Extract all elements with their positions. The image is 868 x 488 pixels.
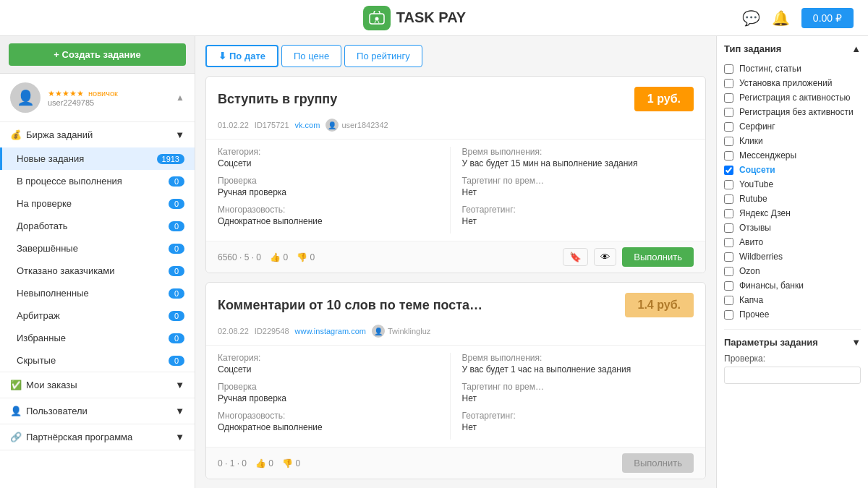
filter-label: Прочее bbox=[739, 309, 769, 320]
sidebar-item-label: В процессе выполнения bbox=[17, 176, 122, 187]
sidebar-badge: 0 bbox=[169, 176, 184, 187]
filter-item-clicks[interactable]: Клики bbox=[724, 134, 861, 148]
sidebar-item-rework[interactable]: Доработать 0 bbox=[0, 215, 195, 237]
section-partner-label: Партнёрская программа bbox=[26, 432, 132, 442]
filter-item-surfing[interactable]: Серфинг bbox=[724, 119, 861, 134]
section-exchange-header[interactable]: 💰 Биржа заданий ▼ bbox=[0, 122, 195, 147]
right-panel: Тип задания ▲ Постинг, статьи Установка … bbox=[716, 36, 868, 488]
sidebar-item-new-tasks[interactable]: Новые задания 1913 bbox=[0, 147, 195, 170]
sidebar-item-favorites[interactable]: Избранные 0 bbox=[0, 327, 195, 349]
task-col-right: Время выполнения: У вас будет 15 мин на … bbox=[450, 147, 694, 234]
filter-collapse-icon[interactable]: ▲ bbox=[851, 43, 861, 54]
filter-checkbox[interactable] bbox=[724, 166, 733, 175]
filter-label: Соцсети bbox=[739, 165, 775, 175]
filter-label: Отзывы bbox=[739, 223, 771, 233]
filter-item-rutube[interactable]: Rutube bbox=[724, 192, 861, 206]
task-price: 1.4 руб. bbox=[625, 293, 694, 317]
filter-checkbox[interactable] bbox=[724, 93, 733, 103]
bell-icon[interactable]: 🔔 bbox=[772, 9, 790, 27]
filter-checkbox[interactable] bbox=[724, 122, 733, 132]
header-right: 💬 🔔 0.00 ₽ bbox=[742, 8, 854, 28]
task-user-avatar: 👤 bbox=[326, 119, 339, 132]
execute-button[interactable]: Выполнить bbox=[622, 247, 694, 267]
filter-checkbox[interactable] bbox=[724, 238, 733, 247]
sidebar-item-rejected[interactable]: Отказано заказчиками 0 bbox=[0, 260, 195, 282]
section-users-header[interactable]: 👤 Пользователи ▼ bbox=[0, 398, 195, 424]
chat-icon[interactable]: 💬 bbox=[742, 9, 760, 27]
filter-label: Постинг, статьи bbox=[739, 64, 801, 74]
filter-checkbox[interactable] bbox=[724, 79, 733, 88]
task-field: Таргетинг по врем… Нет bbox=[462, 382, 694, 403]
sidebar-item-hidden[interactable]: Скрытые 0 bbox=[0, 349, 195, 372]
field-value: Соцсети bbox=[218, 364, 450, 374]
sidebar-item-failed[interactable]: Невыполненные 0 bbox=[0, 282, 195, 304]
filter-item-ozon[interactable]: Ozon bbox=[724, 264, 861, 278]
task-field: Геотаргетинг: Нет bbox=[462, 411, 694, 432]
task-user-name: Twinklingluz bbox=[388, 327, 430, 335]
field-label: Многоразовость: bbox=[218, 411, 450, 421]
execute-button[interactable]: Выполнить bbox=[622, 453, 694, 473]
task-col-left: Категория: Соцсети Проверка Ручная прове… bbox=[218, 147, 450, 234]
filter-checkbox[interactable] bbox=[724, 310, 733, 320]
task-field: Многоразовость: Однократное выполнение bbox=[218, 205, 450, 226]
filter-item-messengers[interactable]: Мессенджеры bbox=[724, 148, 861, 163]
filter-item-posting[interactable]: Постинг, статьи bbox=[724, 61, 861, 76]
bookmark-button[interactable]: 🔖 bbox=[563, 248, 588, 266]
sort-tab-by-rating[interactable]: По рейтингу bbox=[344, 45, 422, 67]
filter-item-socnets[interactable]: Соцсети bbox=[724, 163, 861, 177]
filter-checkbox[interactable] bbox=[724, 137, 733, 146]
sidebar-item-arbitrage[interactable]: Арбитраж 0 bbox=[0, 304, 195, 327]
filter-checkbox[interactable] bbox=[724, 64, 733, 74]
user-chevron-icon[interactable]: ▲ bbox=[176, 93, 184, 103]
sort-tab-by-date[interactable]: ⬇По дате bbox=[205, 45, 278, 67]
filter-item-reviews[interactable]: Отзывы bbox=[724, 221, 861, 235]
logo-icon bbox=[363, 6, 391, 30]
sidebar-item-label: Доработать bbox=[17, 221, 68, 231]
filter-checkbox[interactable] bbox=[724, 194, 733, 204]
filter-checkbox[interactable] bbox=[724, 108, 733, 117]
eye-button[interactable]: 👁 bbox=[594, 248, 616, 266]
section-orders-header[interactable]: ✅ Мои заказы ▼ bbox=[0, 372, 195, 398]
params-chevron-icon[interactable]: ▼ bbox=[851, 337, 861, 348]
filter-item-avito[interactable]: Авито bbox=[724, 235, 861, 249]
field-label: Проверка bbox=[218, 382, 450, 392]
task-user: 👤 user1842342 bbox=[326, 119, 388, 132]
filter-checkbox[interactable] bbox=[724, 267, 733, 276]
task-link[interactable]: vk.com bbox=[295, 121, 320, 129]
field-label: Таргетинг по врем… bbox=[462, 176, 694, 186]
sidebar-item-completed[interactable]: Завершённые 0 bbox=[0, 237, 195, 260]
filter-item-reg-active[interactable]: Регистрация с активностью bbox=[724, 90, 861, 105]
task-field: Проверка Ручная проверка bbox=[218, 176, 450, 197]
task-meta: 01.02.22 ID175721 vk.com 👤 user1842342 bbox=[206, 119, 705, 139]
filter-checkbox[interactable] bbox=[724, 209, 733, 218]
task-link[interactable]: www.instagram.com bbox=[295, 327, 366, 335]
filter-checkbox[interactable] bbox=[724, 223, 733, 233]
task-field: Геотаргетинг: Нет bbox=[462, 205, 694, 226]
filter-item-youtube[interactable]: YouTube bbox=[724, 177, 861, 192]
filter-checkbox[interactable] bbox=[724, 296, 733, 305]
filter-item-install[interactable]: Установка приложений bbox=[724, 76, 861, 90]
sort-tab-by-price[interactable]: По цене bbox=[281, 45, 341, 67]
filter-checkbox[interactable] bbox=[724, 252, 733, 262]
field-value: У вас будет 15 мин на выполнение задания bbox=[462, 158, 694, 168]
filter-checkbox[interactable] bbox=[724, 180, 733, 189]
filter-checkbox[interactable] bbox=[724, 151, 733, 160]
filter-item-other[interactable]: Прочее bbox=[724, 307, 861, 322]
filter-item-wildberries[interactable]: Wildberries bbox=[724, 249, 861, 264]
sidebar-item-on-review[interactable]: На проверке 0 bbox=[0, 192, 195, 215]
filter-item-reg-no-active[interactable]: Регистрация без активности bbox=[724, 105, 861, 119]
filter-task-type-label: Тип задания bbox=[724, 43, 781, 54]
task-id: ID229548 bbox=[255, 327, 289, 335]
balance-button[interactable]: 0.00 ₽ bbox=[801, 8, 854, 28]
header: TASK PAY 💬 🔔 0.00 ₽ bbox=[0, 0, 868, 36]
filter-item-finance[interactable]: Финансы, банки bbox=[724, 278, 861, 293]
params-review-input[interactable] bbox=[724, 367, 861, 384]
create-task-button[interactable]: + Создать задание bbox=[9, 43, 186, 66]
section-partner-header[interactable]: 🔗 Партнёрская программа ▼ bbox=[0, 424, 195, 450]
filter-item-yandex-zen[interactable]: Яндекс Дзен bbox=[724, 206, 861, 221]
task-actions: 🔖 👁 Выполнить bbox=[563, 247, 694, 267]
filter-item-captcha[interactable]: Капча bbox=[724, 293, 861, 307]
dislike-icon: 👎 0 bbox=[282, 458, 300, 468]
filter-checkbox[interactable] bbox=[724, 281, 733, 291]
sidebar-item-in-progress[interactable]: В процессе выполнения 0 bbox=[0, 170, 195, 192]
